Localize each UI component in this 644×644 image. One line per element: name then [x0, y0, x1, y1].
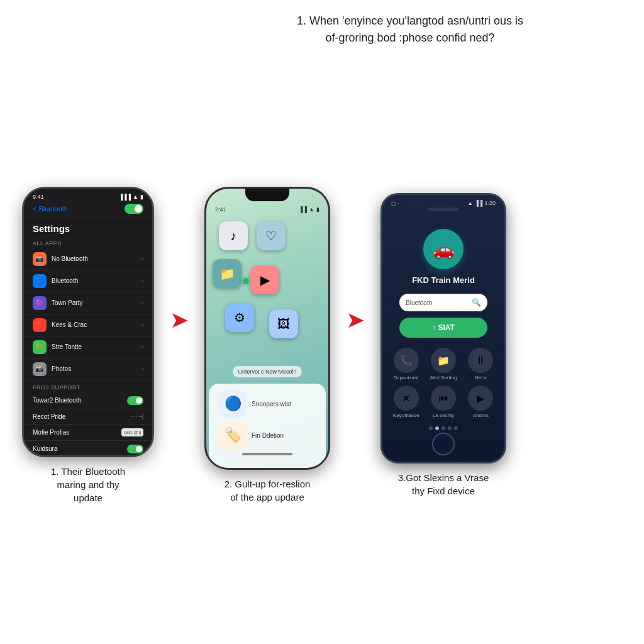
phone2-bottom-sheet: 🔵 Snoopers wist 🏷️ Fin Ddetion [209, 384, 326, 468]
list-item[interactable]: 📷 No Bluetooth › [24, 248, 152, 270]
app-icon-2: 🔵 [33, 274, 47, 288]
dot-4 [448, 426, 452, 430]
action-item-4[interactable]: ✕ Nayofliande [390, 386, 422, 418]
app-icon-music[interactable]: ♪ [219, 221, 248, 250]
chevron-icon: › [142, 299, 143, 306]
list-item[interactable]: 🟣 Town Party › [24, 292, 152, 314]
phone1-header: < Bluetooth [24, 201, 152, 218]
list-item[interactable]: 🟢 Stre Tontte › [24, 336, 152, 358]
list-item[interactable]: Towar2 Bluetooth [24, 392, 152, 409]
chevron-icon: › [142, 343, 143, 350]
app-name-1: No Bluetooth [52, 255, 136, 262]
bluetooth-toggle[interactable] [125, 204, 143, 214]
app-name-4: Kees & Crac [52, 321, 136, 328]
app-icon-settings[interactable]: ⚙ [225, 303, 254, 332]
app-icon-folder[interactable]: 📁 [213, 259, 242, 288]
action-item-6[interactable]: ▶ Andras [465, 386, 497, 418]
phone3-action-grid: 📞 Dcponizant 📁 Altci Sorting ⏸ Nei a [390, 348, 497, 418]
arrow-1: ➤ [170, 307, 189, 333]
instruction-line2: of-groring bod :phose confid ned? [189, 30, 631, 47]
action-btn-6[interactable]: ▶ [468, 386, 493, 411]
phone2: 2:41 ▐▐ ▲ ▮ ♪ ♡ 📁 ▶ ⚙ 🖼 [204, 187, 330, 470]
phone3-caption-line2: thy Fixd device [398, 484, 489, 497]
app-icon-4: 🔴 [33, 318, 47, 332]
phone2-wrapper: 2:41 ▐▐ ▲ ▮ ♪ ♡ 📁 ▶ ⚙ 🖼 [195, 187, 340, 504]
setting-badge-3: test @ij [121, 428, 143, 436]
action-btn-5[interactable]: ⏮ [431, 386, 456, 411]
signal-icon: ▐▐▐ [119, 194, 131, 200]
sheet-label-2: Fin Ddetion [252, 432, 284, 439]
phone2-overlay-label: Untervot c New Mecol? [233, 366, 301, 377]
dot-5 [454, 426, 458, 430]
phone3-icons-left: ▢ · [391, 201, 399, 206]
app-name-2: Bluetooth [52, 277, 136, 284]
phone3-main-icon: 🚗 [423, 229, 464, 269]
signal-icon: ▐▐ [299, 206, 307, 213]
phone3-bottom-area [429, 426, 458, 462]
phone3-start-button[interactable]: ↑ SIAT [399, 318, 487, 338]
phone1-notch [63, 189, 113, 197]
app-name-5: Stre Tontte [52, 343, 136, 350]
list-item[interactable]: 📸 Photos › [24, 358, 152, 380]
action-btn-1[interactable]: 📞 [394, 348, 419, 373]
action-label-2: Altci Sorting [430, 375, 457, 380]
phone2-time: 2:41 [215, 206, 226, 213]
phone3-input-text: Bluetooth [406, 299, 472, 306]
instruction-line1: 1. When 'enyince you'langtod asn/untri o… [189, 13, 631, 30]
list-item[interactable]: 🔵 Bluetooth › [24, 270, 152, 292]
arrow-2: ➤ [346, 307, 365, 333]
action-item-5[interactable]: ⏮ La secrity [427, 386, 459, 418]
phone1-back-button[interactable]: < Bluetooth [33, 205, 68, 213]
app-name-3: Town Party [52, 299, 136, 306]
phone3: ▢ · ▲ ▐▐ 1:20 🚗 FKD Train Merid Bluetoot… [380, 193, 506, 464]
action-btn-4[interactable]: ✕ [394, 386, 419, 411]
phone1-screen: 9:41 ▐▐▐ ▲ ▮ < Bluetooth Settings All Ap… [24, 189, 152, 455]
phone1-caption-line2: maring and thy [51, 478, 125, 491]
dots-indicator: ···· –| [131, 413, 143, 419]
setting-toggle-4[interactable] [127, 445, 143, 453]
list-item[interactable]: Kuidsura [24, 441, 152, 457]
phone1: 9:41 ▐▐▐ ▲ ▮ < Bluetooth Settings All Ap… [22, 187, 154, 457]
phone1-wrapper: 9:41 ▐▐▐ ▲ ▮ < Bluetooth Settings All Ap… [13, 187, 164, 504]
sheet-row-1[interactable]: 🔵 Snoopers wist [219, 390, 316, 418]
phone3-input-field[interactable]: Bluetooth 🔍 [399, 294, 487, 311]
phone1-settings-label: Settings [24, 218, 152, 236]
phone2-home-bar [242, 453, 292, 455]
phone2-notch [245, 189, 289, 201]
setting-name-1: Towar2 Bluetooth [33, 397, 122, 404]
action-btn-2[interactable]: 📁 [431, 348, 456, 373]
action-item-1[interactable]: 📞 Dcponizant [390, 348, 422, 380]
chevron-icon: › [142, 255, 143, 262]
setting-toggle-1[interactable] [127, 396, 143, 405]
app-icon-5: 🟢 [33, 340, 47, 354]
app-icon-photo[interactable]: 🖼 [269, 309, 298, 338]
phone3-status-icons: ▲ ▐▐ 1:20 [467, 200, 496, 206]
app-icon-3: 🟣 [33, 296, 47, 310]
phone2-screen: 2:41 ▐▐ ▲ ▮ ♪ ♡ 📁 ▶ ⚙ 🖼 [206, 189, 328, 468]
app-icon-heart[interactable]: ♡ [257, 221, 286, 250]
app-icon-video[interactable]: ▶ [250, 265, 279, 294]
phone3-status-bar: ▢ · ▲ ▐▐ 1:20 [382, 195, 504, 208]
list-item[interactable]: 🔴 Kees & Crac › [24, 314, 152, 336]
phone3-wrapper: ▢ · ▲ ▐▐ 1:20 🚗 FKD Train Merid Bluetoot… [371, 193, 516, 497]
action-item-3[interactable]: ⏸ Nei a [465, 348, 497, 380]
sheet-icon-2: 🏷️ [219, 421, 247, 449]
phone1-caption-line1: 1. Their Bluetooth [51, 465, 125, 478]
phone1-caption-line3: update [51, 491, 125, 504]
battery-icon: ▮ [140, 194, 143, 200]
action-item-2[interactable]: 📁 Altci Sorting [427, 348, 459, 380]
setting-name-2: Recot Pride [33, 413, 126, 420]
top-instruction: 1. When 'enyince you'langtod asn/untri o… [13, 13, 631, 47]
chevron-icon: › [142, 277, 143, 284]
action-label-1: Dcponizant [394, 375, 419, 380]
list-item[interactable]: Mofie Profias test @ij [24, 425, 152, 441]
dot-3 [441, 426, 445, 430]
wifi-icon: ▲ [133, 194, 138, 200]
setting-name-3: Mofie Profias [33, 429, 116, 436]
phone3-home-button[interactable] [432, 433, 455, 455]
sheet-icon-1: 🔵 [219, 390, 247, 418]
action-btn-3[interactable]: ⏸ [468, 348, 493, 373]
list-item[interactable]: Recot Pride ···· –| [24, 409, 152, 425]
phone1-status-icons: ▐▐▐ ▲ ▮ [119, 194, 143, 200]
sheet-row-2[interactable]: 🏷️ Fin Ddetion [219, 421, 316, 449]
